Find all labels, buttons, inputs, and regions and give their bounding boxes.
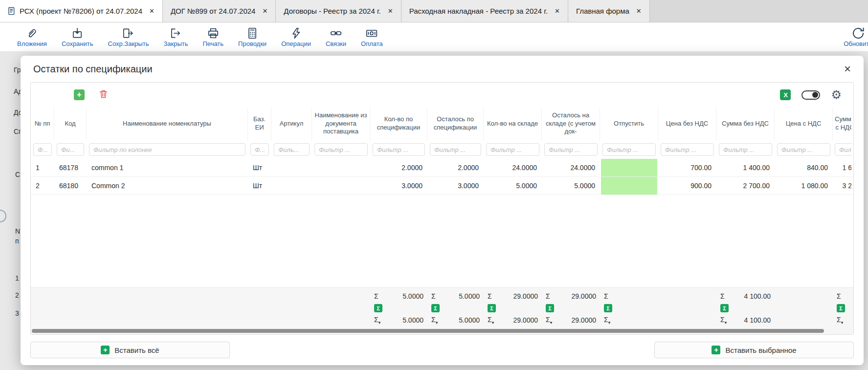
table-row[interactable]: 168178common 1Шт2.00002.000024.000024.00… [31, 159, 853, 177]
column-header: Цена без НДС [658, 107, 716, 140]
column-header-text: Цена с НДС [786, 120, 822, 128]
toolbar-item-1[interactable]: Вложения [10, 22, 54, 51]
column-filter-input[interactable] [33, 143, 52, 156]
toggle-switch[interactable] [801, 90, 820, 100]
sum-value: 29.0000 [571, 292, 596, 300]
tab-5[interactable]: Главная форма✕ [568, 0, 650, 22]
scrollbar-thumb[interactable] [32, 329, 824, 333]
table-cell: 68178 [54, 159, 87, 176]
sum-value: 29.0000 [513, 292, 538, 300]
sum-button[interactable]: Σ [604, 304, 612, 312]
toolbar-item-5[interactable]: Печать [195, 22, 231, 51]
sum-icon: Σ [604, 292, 608, 300]
toolbar-item-7[interactable]: Операции [274, 22, 318, 51]
insert-selected-button[interactable]: + Вставить выбранное [654, 342, 854, 358]
tab-label: Договоры - Реестр за 2024 г. [284, 7, 380, 15]
form-fragment: Гр [14, 66, 21, 74]
table-row[interactable]: 268180Common 2Шт3.00003.00005.00005.0000… [31, 177, 853, 195]
form-fragment: 3 [15, 309, 19, 317]
horizontal-scrollbar[interactable] [31, 327, 853, 334]
tab-close-icon[interactable]: ✕ [636, 7, 642, 15]
filter-cell [833, 143, 851, 156]
column-filter-input[interactable] [661, 143, 714, 156]
sum-button[interactable]: Σ [374, 304, 382, 312]
tab-3[interactable]: Договоры - Реестр за 2024 г.✕ [276, 0, 401, 22]
tab-label: РСХ (проект №78206) от 24.07.2024 [20, 7, 142, 15]
excel-icon: X [783, 91, 788, 99]
toolbar-item-8[interactable]: Связки [318, 22, 354, 51]
spec-remainders-panel: + X ⚙ [30, 82, 854, 335]
column-filter-input[interactable] [777, 143, 830, 156]
settings-gear-icon[interactable]: ⚙ [831, 89, 842, 101]
column-filter-input[interactable] [89, 143, 245, 156]
toolbar-item-3[interactable]: Сохр.Закрыть [101, 22, 156, 51]
form-fragment: С [15, 171, 20, 178]
column-header-text: Кол-во по спецификации [372, 115, 425, 132]
column-header-text: Наименование из документа поставщика [313, 111, 368, 136]
modal-close-button[interactable]: × [844, 63, 851, 75]
tab-label: Расходная накладная - Реестр за 2024 г. [409, 7, 548, 15]
tab-1[interactable]: РСХ (проект №78206) от 24.07.2024✕ [0, 0, 163, 22]
sum-cell: Σ [484, 304, 542, 312]
sum-cell: Σ5.0000 [370, 292, 427, 300]
column-header-text: Осталось по спецификации [429, 115, 482, 132]
toolbar-item-label: Проводки [238, 40, 267, 47]
sum-button[interactable]: Σ [431, 304, 440, 312]
sum-button[interactable]: Σ [837, 304, 845, 312]
column-filter-input[interactable] [314, 143, 368, 156]
sum-icon: Σ [546, 292, 550, 300]
sum-button[interactable]: Σ [546, 304, 554, 312]
column-filter-input[interactable] [57, 143, 84, 156]
release-cell[interactable] [600, 159, 658, 176]
column-filter-input[interactable] [430, 143, 481, 156]
toolbar-item-label: Печать [202, 40, 223, 47]
column-filter-input[interactable] [373, 143, 425, 156]
calculator-icon [246, 26, 259, 40]
column-filter-input[interactable] [250, 143, 269, 156]
table-cell: 3 240.00 [833, 177, 851, 195]
table-header-row: № ппКодНаименование номенклатурыБаз. ЕИА… [31, 107, 853, 140]
toolbar-item-2[interactable]: Сохранить [54, 22, 101, 51]
sum-button[interactable]: Σ [720, 304, 729, 312]
tab-4[interactable]: Расходная накладная - Реестр за 2024 г.✕ [401, 0, 568, 22]
sum-row: Σ▾5.0000Σ▾5.0000Σ▾29.0000Σ▾29.0000Σ▾Σ▾4 … [31, 314, 853, 326]
sum-button[interactable]: Σ [488, 304, 496, 312]
filter-cell [370, 143, 427, 156]
sum-value: 4 100.00 [744, 316, 771, 324]
tab-2[interactable]: ДОГ №899 от 24.07.2024✕ [163, 0, 276, 22]
filter-mark-icon: ▾ [725, 320, 727, 325]
filter-cell [427, 143, 484, 156]
column-header-text: № пп [35, 120, 50, 128]
delete-row-button[interactable] [98, 89, 109, 101]
tab-close-icon[interactable]: ✕ [149, 7, 155, 15]
column-header: Код [54, 107, 87, 140]
sum-cell: Σ [542, 304, 600, 312]
modal-header: Остатки по спецификации × [21, 56, 864, 82]
tab-close-icon[interactable]: ✕ [388, 7, 393, 15]
tab-close-icon[interactable]: ✕ [555, 7, 560, 15]
sum-icon: Σ [720, 292, 725, 300]
link-icon [330, 26, 342, 40]
sum-value: 29.0000 [571, 316, 596, 324]
column-filter-input[interactable] [602, 143, 656, 156]
column-filter-input[interactable] [544, 143, 598, 156]
toolbar-item-6[interactable]: Проводки [231, 22, 274, 51]
filter-cell [87, 143, 248, 156]
column-filter-input[interactable] [835, 143, 851, 156]
add-row-button[interactable]: + [74, 89, 85, 100]
filter-cell [600, 143, 658, 156]
filter-cell [54, 143, 87, 156]
lightning-icon [290, 26, 303, 40]
toolbar-item-4[interactable]: Закрыть [156, 22, 195, 51]
column-filter-input[interactable] [486, 143, 539, 156]
column-filter-input[interactable] [719, 143, 772, 156]
column-filter-input[interactable] [274, 143, 310, 156]
toolbar-item-refresh[interactable]: Обновить [836, 22, 868, 51]
release-cell[interactable] [600, 177, 658, 195]
sum-value: 29.0000 [513, 316, 538, 324]
table-cell: 1 680.00 [833, 159, 851, 176]
toolbar-item-9[interactable]: Оплата [354, 22, 390, 51]
export-excel-button[interactable]: X [780, 89, 791, 100]
insert-all-button[interactable]: + Вставить всё [30, 342, 230, 358]
tab-close-icon[interactable]: ✕ [262, 7, 267, 15]
